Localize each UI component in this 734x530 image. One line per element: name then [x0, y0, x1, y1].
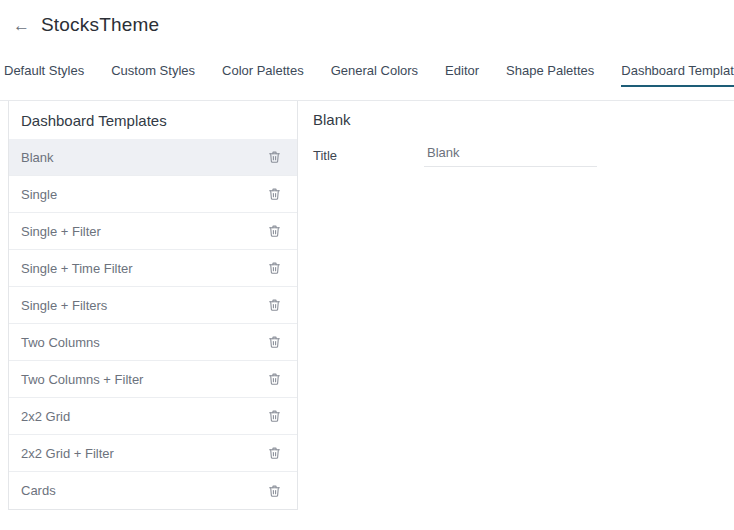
tab-bar: Default Styles Custom Styles Color Palet… — [0, 63, 734, 87]
list-item-cards[interactable]: Cards — [9, 472, 297, 509]
delete-button[interactable] — [268, 484, 281, 498]
delete-button[interactable] — [268, 150, 281, 164]
list-item-label: Single + Filter — [21, 224, 101, 239]
list-item-label: Single + Time Filter — [21, 261, 133, 276]
tab-general-colors[interactable]: General Colors — [331, 63, 418, 87]
tab-editor[interactable]: Editor — [445, 63, 479, 87]
list-item-two-columns[interactable]: Two Columns — [9, 324, 297, 361]
tab-color-palettes[interactable]: Color Palettes — [222, 63, 304, 87]
tab-default-styles[interactable]: Default Styles — [4, 63, 84, 87]
delete-button[interactable] — [268, 446, 281, 460]
list-item-label: 2x2 Grid — [21, 409, 70, 424]
delete-button[interactable] — [268, 372, 281, 386]
detail-heading: Blank — [313, 111, 734, 128]
list-item-single[interactable]: Single — [9, 176, 297, 213]
detail-panel: Blank Title — [298, 101, 734, 167]
title-input[interactable] — [424, 143, 597, 167]
delete-button[interactable] — [268, 261, 281, 275]
list-item-label: Single — [21, 187, 57, 202]
tab-shape-palettes[interactable]: Shape Palettes — [506, 63, 594, 87]
list-item-label: Single + Filters — [21, 298, 107, 313]
trash-icon — [268, 446, 281, 460]
trash-icon — [268, 261, 281, 275]
trash-icon — [268, 150, 281, 164]
trash-icon — [268, 298, 281, 312]
trash-icon — [268, 187, 281, 201]
app-header: ← StocksTheme — [0, 0, 734, 40]
list-item-two-columns-filter[interactable]: Two Columns + Filter — [9, 361, 297, 398]
trash-icon — [268, 335, 281, 349]
list-item-label: Two Columns — [21, 335, 100, 350]
panel-title: Dashboard Templates — [9, 101, 297, 139]
delete-button[interactable] — [268, 224, 281, 238]
delete-button[interactable] — [268, 187, 281, 201]
list-item-label: Cards — [21, 483, 56, 498]
trash-icon — [268, 372, 281, 386]
list-item-single-time-filter[interactable]: Single + Time Filter — [9, 250, 297, 287]
list-item-2x2-grid[interactable]: 2x2 Grid — [9, 398, 297, 435]
trash-icon — [268, 224, 281, 238]
title-field-label: Title — [313, 148, 424, 163]
trash-icon — [268, 484, 281, 498]
list-item-label: Blank — [21, 150, 54, 165]
tab-custom-styles[interactable]: Custom Styles — [111, 63, 195, 87]
title-field-row: Title — [313, 143, 734, 167]
content-area: Dashboard Templates Blank Single Single … — [0, 100, 734, 510]
list-item-2x2-grid-filter[interactable]: 2x2 Grid + Filter — [9, 435, 297, 472]
back-arrow-icon[interactable]: ← — [13, 17, 30, 34]
list-item-label: 2x2 Grid + Filter — [21, 446, 114, 461]
delete-button[interactable] — [268, 335, 281, 349]
list-item-blank[interactable]: Blank — [9, 139, 297, 176]
dashboard-templates-panel: Dashboard Templates Blank Single Single … — [8, 101, 298, 510]
trash-icon — [268, 409, 281, 423]
list-item-single-filter[interactable]: Single + Filter — [9, 213, 297, 250]
list-item-single-filters[interactable]: Single + Filters — [9, 287, 297, 324]
delete-button[interactable] — [268, 409, 281, 423]
delete-button[interactable] — [268, 298, 281, 312]
tab-dashboard-templates[interactable]: Dashboard Templates — [621, 63, 734, 87]
page-title: StocksTheme — [41, 14, 159, 36]
list-item-label: Two Columns + Filter — [21, 372, 143, 387]
